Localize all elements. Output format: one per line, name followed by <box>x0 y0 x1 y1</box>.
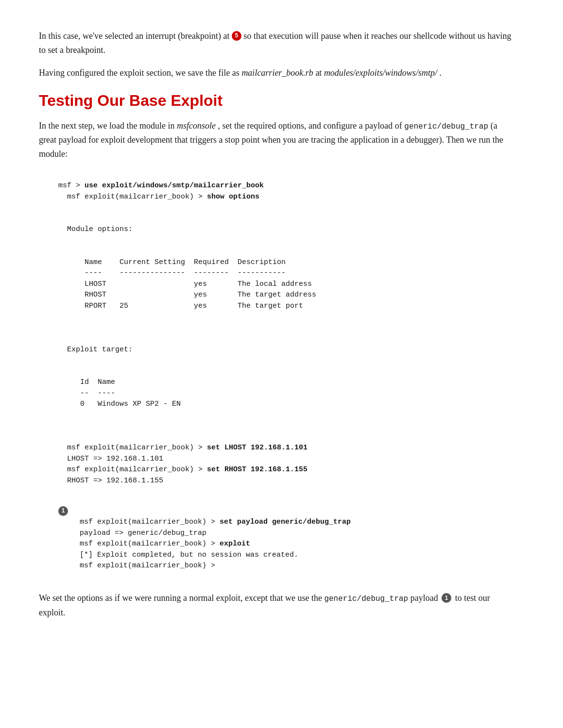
code-block-main: msf > use exploit/windows/smtp/mailcarri… <box>58 170 515 497</box>
code-block-with-badge: 1 msf exploit(mailcarrier_book) > set pa… <box>58 506 515 583</box>
code2-line-4: [*] Exploit completed, but no session wa… <box>71 551 298 559</box>
code-bold-20: set LHOST 192.168.1.101 <box>207 444 307 452</box>
footer-paragraph: We set the options as if we were running… <box>39 591 515 619</box>
callout-badge-5: 5 <box>232 31 241 41</box>
code2-line-3: msf exploit(mailcarrier_book) > exploit <box>71 540 250 548</box>
path-italic: modules/exploits/windows/smtp/ <box>324 68 437 78</box>
code-bold-2: show options <box>207 193 259 201</box>
code-line-17: 0 Windows XP SP2 - EN <box>58 400 181 408</box>
code-line-13: Exploit target: <box>58 346 133 354</box>
code-line-2: msf exploit(mailcarrier_book) > show opt… <box>58 193 259 201</box>
footer-inline-code: generic/debug_trap <box>324 595 408 603</box>
code-line-20: msf exploit(mailcarrier_book) > set LHOS… <box>58 444 307 452</box>
section-heading: Testing Our Base Exploit <box>39 91 515 110</box>
body-paragraph: In the next step, we load the module in … <box>39 119 515 161</box>
code-bold-1: use exploit/windows/smtp/mailcarrier_boo… <box>85 182 264 190</box>
page-content: In this case, we've selected an interrup… <box>39 29 515 620</box>
intro-paragraph-1: In this case, we've selected an interrup… <box>39 29 515 57</box>
code2-line-5: msf exploit(mailcarrier_book) > <box>71 562 215 570</box>
code-line-7: ---- --------------- -------- ----------… <box>58 269 286 277</box>
code2-bold-1: set payload generic/debug_trap <box>220 518 351 526</box>
code2-line-2: payload => generic/debug_trap <box>71 529 206 537</box>
code-line-1: msf > use exploit/windows/smtp/mailcarri… <box>58 182 264 190</box>
code-line-10: RPORT 25 yes The target port <box>58 302 303 310</box>
payload-inline-code: generic/debug_trap <box>404 122 488 131</box>
callout-badge-1: 1 <box>58 506 68 516</box>
code-line-15: Id Name <box>58 378 115 386</box>
code2-line-1: msf exploit(mailcarrier_book) > set payl… <box>71 518 351 526</box>
code-block-2: msf exploit(mailcarrier_book) > set payl… <box>71 506 351 583</box>
code-line-6: Name Current Setting Required Descriptio… <box>58 258 286 266</box>
filename-italic: mailcarrier_book.rb <box>241 68 313 78</box>
intro-text-before-badge: In this case, we've selected an interrup… <box>39 31 230 41</box>
code-line-9: RHOST yes The target address <box>58 291 316 299</box>
code-line-16: -- ---- <box>58 389 115 397</box>
code-line-22: msf exploit(mailcarrier_book) > set RHOS… <box>58 465 307 474</box>
code-line-8: LHOST yes The local address <box>58 280 312 288</box>
code2-bold-3: exploit <box>220 540 250 548</box>
code-line-23: RHOST => 192.168.1.155 <box>58 477 163 485</box>
code-line-4: Module options: <box>58 225 133 233</box>
msfconsole-italic: msfconsole <box>177 121 216 131</box>
code-line-21: LHOST => 192.168.1.101 <box>58 455 163 463</box>
intro-paragraph-2: Having configured the exploit section, w… <box>39 66 515 80</box>
footer-badge-1: 1 <box>442 593 451 603</box>
code-bold-22: set RHOST 192.168.1.155 <box>207 465 307 474</box>
